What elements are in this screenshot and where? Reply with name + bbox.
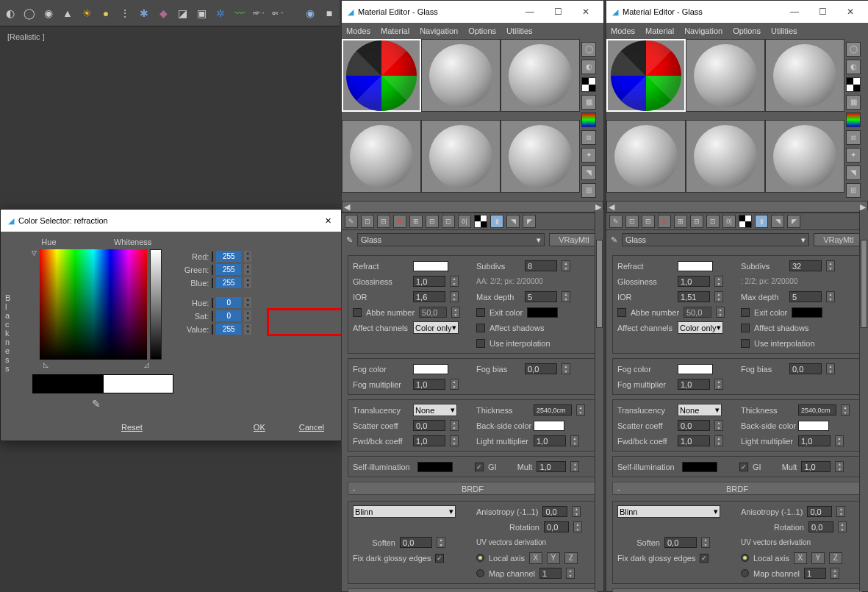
rotation-input[interactable]: 0,0: [808, 521, 833, 532]
selfillum-swatch[interactable]: [682, 462, 717, 472]
spinner[interactable]: ▲▼: [570, 435, 579, 446]
material-slot[interactable]: [501, 120, 580, 193]
minimize-icon[interactable]: —: [783, 4, 806, 20]
minimize-icon[interactable]: —: [518, 4, 542, 20]
whiteness-strip[interactable]: [150, 249, 162, 360]
make-unique-icon[interactable]: ⊟: [426, 215, 439, 228]
swatch-new[interactable]: [103, 374, 173, 393]
scatter-input[interactable]: 0,0: [678, 420, 710, 431]
brdf-rollout[interactable]: -BRDF: [612, 482, 862, 495]
rotation-input[interactable]: 0,0: [544, 521, 569, 532]
selfillum-swatch[interactable]: [417, 462, 453, 472]
put-to-lib-icon[interactable]: ⊡: [706, 215, 720, 228]
make-copy-icon[interactable]: ⊞: [674, 215, 687, 228]
options-icon[interactable]: ✦: [846, 148, 861, 163]
axis-y-button[interactable]: Y: [811, 552, 825, 564]
color-gradient[interactable]: [40, 249, 147, 360]
green-slider[interactable]: [212, 265, 213, 275]
material-slot[interactable]: [686, 120, 765, 193]
gi-checkbox[interactable]: ✓: [739, 463, 748, 471]
eyedropper-icon[interactable]: ✎: [346, 235, 353, 245]
lightmult-input[interactable]: 1,0: [798, 435, 831, 446]
material-slot[interactable]: [765, 39, 844, 112]
close-icon[interactable]: ✕: [321, 214, 334, 227]
axis-x-button[interactable]: X: [794, 552, 807, 564]
show-map-icon[interactable]: [739, 215, 752, 228]
spinner[interactable]: ▲▼: [437, 537, 445, 548]
spinner[interactable]: ▲▼: [835, 435, 844, 446]
interp-checkbox[interactable]: [476, 339, 485, 348]
sample-uv-icon[interactable]: ▦: [846, 95, 861, 110]
spinner[interactable]: ▲▼: [714, 276, 723, 287]
hue-slider[interactable]: [212, 298, 213, 308]
spinner[interactable]: ▲▼: [714, 435, 723, 446]
localaxis-radio[interactable]: [476, 554, 484, 562]
particles-icon[interactable]: ✱: [137, 6, 151, 21]
video-color-icon[interactable]: [581, 113, 596, 127]
lightmult-input[interactable]: 1,0: [534, 435, 566, 446]
hue-value[interactable]: 0: [216, 297, 241, 308]
translucency-select[interactable]: None▾: [678, 404, 722, 416]
refract-swatch[interactable]: [678, 261, 713, 271]
tb-icon[interactable]: ◯: [22, 6, 37, 21]
exitcolor-checkbox[interactable]: [476, 308, 485, 317]
backside-swatch[interactable]: [534, 421, 564, 431]
put-mat-icon[interactable]: ⊡: [625, 215, 639, 228]
ior-input[interactable]: 1,51: [678, 291, 710, 302]
diamond-icon[interactable]: ◆: [156, 6, 171, 21]
star-icon[interactable]: ✲: [213, 6, 228, 21]
val-spinner[interactable]: ▲▼: [244, 324, 251, 335]
exitcolor-swatch[interactable]: [527, 307, 558, 318]
spinner[interactable]: ▲▼: [838, 521, 847, 532]
ior-input[interactable]: 1,6: [413, 291, 445, 302]
spinner[interactable]: ▲▼: [562, 260, 570, 271]
slot-scrollbar[interactable]: ◀▶: [342, 201, 603, 213]
select-by-mat-icon[interactable]: ◥: [846, 165, 861, 180]
backside-swatch[interactable]: [798, 421, 829, 431]
mat-map-nav-icon[interactable]: ⊞: [581, 183, 596, 198]
material-name-input[interactable]: Glass▾: [357, 233, 545, 246]
spinner[interactable]: ▲▼: [576, 404, 585, 416]
red-spinner[interactable]: ▲▼: [244, 251, 251, 262]
blue-slider[interactable]: [212, 278, 213, 288]
options-icon[interactable]: ✦: [581, 148, 596, 163]
spinner[interactable]: ▲▼: [826, 260, 835, 271]
axis-x-button[interactable]: X: [529, 552, 542, 564]
thickness-input[interactable]: 2540,0cm: [798, 404, 836, 416]
red-slider[interactable]: [212, 252, 213, 262]
fogcolor-swatch[interactable]: [413, 364, 448, 374]
options-rollout[interactable]: +Options: [348, 588, 598, 592]
go-forward-icon[interactable]: ◤: [523, 215, 536, 228]
show-map-icon[interactable]: [474, 215, 487, 228]
backlight-icon[interactable]: ◐: [846, 60, 861, 74]
material-slot[interactable]: [501, 39, 580, 112]
red-value[interactable]: 255: [216, 251, 241, 262]
viewport-label[interactable]: [Realistic ]: [0, 26, 340, 47]
fogbias-input[interactable]: 0,0: [525, 363, 557, 374]
glossiness-input[interactable]: 1,0: [678, 276, 710, 287]
go-parent-icon[interactable]: ◥: [506, 215, 520, 228]
spinner[interactable]: ▲▼: [562, 363, 570, 374]
cancel-button[interactable]: Cancel: [289, 421, 334, 433]
put-to-lib-icon[interactable]: ⊡: [442, 215, 455, 228]
vertical-scrollbar[interactable]: [859, 210, 868, 591]
aniso-input[interactable]: 0,0: [542, 506, 567, 517]
scatter-input[interactable]: 0,0: [413, 420, 445, 431]
sat-slider[interactable]: [212, 311, 213, 321]
hp-icon[interactable]: ʜᴘ→: [251, 6, 266, 21]
gi-checkbox[interactable]: ✓: [475, 463, 484, 471]
exitcolor-checkbox[interactable]: [741, 308, 750, 317]
dialog-titlebar[interactable]: ◢Color Selector: refraction ✕: [1, 210, 342, 232]
abbe-checkbox[interactable]: [353, 308, 362, 317]
material-slot[interactable]: [421, 39, 501, 112]
menu-item[interactable]: Navigation: [684, 26, 722, 35]
subdivs-input[interactable]: 8: [525, 260, 557, 271]
eyedropper-icon[interactable]: ✎: [92, 398, 101, 410]
fwdbck-input[interactable]: 1,0: [678, 435, 710, 446]
ok-button[interactable]: OK: [243, 421, 276, 433]
translucency-select[interactable]: None▾: [413, 404, 457, 416]
subdivs-input[interactable]: 32: [789, 260, 822, 271]
shadows-checkbox[interactable]: [476, 324, 485, 332]
brdf-select[interactable]: Blinn▾: [353, 505, 456, 518]
spinner[interactable]: ▲▼: [714, 291, 723, 302]
